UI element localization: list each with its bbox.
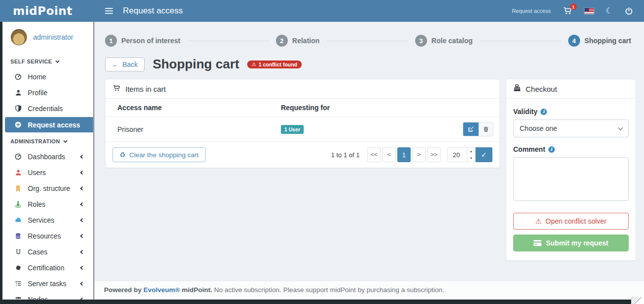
page-size-input[interactable] [447,147,467,162]
page-nav-title: Request access [123,6,183,16]
chevron-down-icon [63,138,67,142]
top-navbar: midPoint Request access Request access 1… [0,0,644,22]
cash-register-icon [513,84,521,93]
sidebar-item-org-structure[interactable]: Org. structure [5,181,91,196]
sidebar-item-nodes[interactable]: Nodes [5,292,91,300]
sidebar-item-users[interactable]: Users [5,165,91,180]
wizard-steps: 1 Person of interest 2 Relation 3 Role c… [94,22,644,50]
table-row: Prisoner 1 User [106,117,499,142]
page-size-spinner: ▲ ▼ [467,147,476,162]
subscription-note: No active subscription. Please support m… [214,286,444,294]
spinner-down-icon[interactable]: ▼ [467,155,475,162]
warning-icon: ⚠ [252,62,256,67]
prev-page-button[interactable]: < [382,147,396,162]
product-name: midPoint. [182,286,213,294]
checkout-panel: Checkout Validity i Choose one Comment [506,79,636,261]
menu-toggle-icon[interactable] [102,5,116,17]
chevron-left-icon [80,265,84,269]
chevron-left-icon [80,186,84,190]
wizard-step-role-catalog[interactable]: 3 Role catalog [415,35,473,47]
info-icon[interactable]: i [540,109,547,115]
gauge-icon [14,153,22,160]
warning-icon: ⚠ [536,217,542,225]
cart-table: Access name Requesting for Prisoner 1 Us… [106,99,499,142]
cart-icon [112,84,121,93]
recycle-icon: ♻ [119,151,125,159]
sidebar-item-services[interactable]: Services [5,212,91,228]
requesting-for-cell: 1 User [269,117,451,142]
sidebar-item-certification[interactable]: Certification [5,260,91,275]
database-icon [14,233,22,240]
info-icon[interactable]: i [548,146,555,153]
main-content: 1 Person of interest 2 Relation 3 Role c… [94,22,644,300]
checkout-body: Validity i Choose one Comment i ⚠ [506,99,636,260]
requesting-for-badge[interactable]: 1 User [281,125,304,134]
comment-label: Comment i [513,145,629,153]
sidebar-item-profile[interactable]: Profile [5,85,91,100]
sidebar-item-resources[interactable]: Resources [5,228,91,243]
open-conflict-solver-button[interactable]: ⚠ Open conflict solver [513,213,629,230]
column-requesting-for[interactable]: Requesting for [269,99,451,117]
apply-page-size-button[interactable]: ✓ [476,147,492,162]
page-1-button[interactable]: 1 [397,147,411,162]
sidebar-item-request-access[interactable]: Request access [5,117,93,132]
back-button[interactable]: ← Back [105,58,145,71]
evolveum-link[interactable]: Evolveum® [144,286,180,294]
chevron-left-icon [80,249,84,253]
submit-request-button[interactable]: Submit my request [513,235,629,251]
logout-icon[interactable] [625,7,633,15]
chevron-left-icon [80,297,84,300]
window-resize-grip[interactable] [631,297,644,304]
sidebar-item-roles[interactable]: Roles [5,196,91,212]
chevron-left-icon [80,234,84,238]
certificate-icon [14,264,22,271]
validity-select[interactable]: Choose one [513,120,629,137]
page-header: ← Back Shopping cart ⚠ 1 conflict found [94,50,644,76]
next-page-button[interactable]: > [412,147,426,162]
paging-summary: 1 to 1 of 1 [331,151,360,159]
app-logo[interactable]: midPoint [0,4,94,17]
dark-mode-icon[interactable]: ☾ [606,7,613,15]
column-access-name[interactable]: Access name [106,99,269,117]
sidebar: administrator SELF SERVICE Home Profile … [2,22,94,300]
chevron-left-icon [80,218,84,222]
section-administration[interactable]: ADMINISTRATION [2,133,93,148]
comment-textarea[interactable] [513,157,629,201]
navbar-request-access-link[interactable]: Request access [512,8,550,14]
cart-panel-footer: ♻ Clear the shopping cart 1 to 1 of 1 <<… [106,142,499,168]
conflict-count-badge[interactable]: ⚠ 1 conflict found [247,61,302,68]
access-name-cell: Prisoner [106,117,269,142]
locale-flag-icon[interactable] [585,8,594,14]
row-actions [463,122,493,136]
checkout-header: Checkout [506,79,636,99]
items-in-cart-panel: Items in cart Access name Requesting for… [105,79,500,168]
sidebar-item-dashboards[interactable]: Dashboards [5,149,91,164]
paginator: 1 to 1 of 1 << < 1 > >> ▲ ▼ ✓ [331,147,492,162]
sidebar-item-credentials[interactable]: Credentials [5,101,91,116]
sidebar-item-cases[interactable]: Cases [5,244,91,259]
delete-item-button[interactable] [479,122,493,136]
building-icon [14,185,22,192]
powered-by-text: Powered by [104,286,142,294]
page-size-control: ▲ ▼ ✓ [447,147,492,162]
validity-label: Validity i [513,108,629,116]
step-connector [480,41,561,41]
edit-item-button[interactable] [463,122,479,136]
wizard-step-relation[interactable]: 2 Relation [276,35,320,47]
cart-icon[interactable]: 1 [563,6,573,15]
first-page-button[interactable]: << [367,147,381,162]
wizard-step-shopping-cart[interactable]: 4 Shopping cart [568,35,631,47]
section-self-service[interactable]: SELF SERVICE [2,54,93,68]
page-footer: Powered by Evolveum® midPoint. No active… [94,281,644,300]
chevron-left-icon [80,154,84,158]
avatar[interactable] [10,29,27,46]
sidebar-item-home[interactable]: Home [5,69,91,84]
spinner-up-icon[interactable]: ▲ [467,148,475,155]
wizard-step-person-of-interest[interactable]: 1 Person of interest [105,35,180,47]
user-icon [14,169,22,176]
last-page-button[interactable]: >> [427,147,441,162]
content-columns: Items in cart Access name Requesting for… [94,76,644,261]
username-link[interactable]: administrator [33,33,73,41]
clear-cart-button[interactable]: ♻ Clear the shopping cart [112,147,206,162]
sidebar-item-server-tasks[interactable]: Server tasks [5,276,91,291]
